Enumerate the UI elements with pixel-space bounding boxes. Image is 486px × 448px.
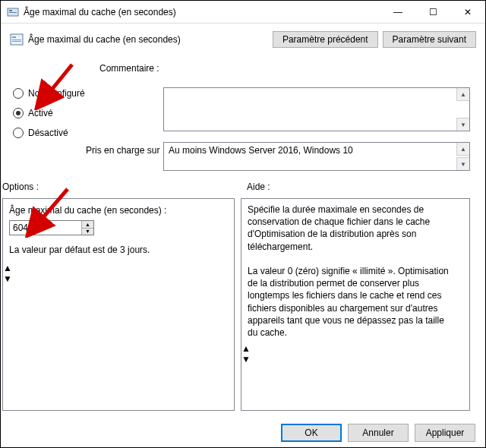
state-radio-group: Non configuré Activé Désactivé <box>13 84 85 144</box>
minimize-button[interactable]: — <box>380 1 415 24</box>
radio-label: Non configuré <box>28 88 85 99</box>
scroll-up-icon[interactable]: ▲ <box>456 143 469 156</box>
policy-icon <box>10 33 24 46</box>
scroll-up-icon[interactable]: ▲ <box>241 343 469 354</box>
options-panel: Âge maximal du cache (en secondes) : ▲ ▼… <box>2 198 235 411</box>
next-setting-button[interactable]: Paramètre suivant <box>383 31 476 48</box>
radio-not-configured[interactable]: Non configuré <box>13 84 85 103</box>
spinner-down-icon[interactable]: ▼ <box>82 229 93 235</box>
radio-label: Activé <box>28 108 53 118</box>
radio-enabled[interactable]: Activé <box>13 104 85 122</box>
ok-button[interactable]: OK <box>281 424 342 442</box>
titlebar: Âge maximal du cache (en secondes) — ☐ ✕ <box>1 1 485 24</box>
scroll-up-icon[interactable]: ▲ <box>456 88 469 101</box>
supported-on-box: Au moins Windows Server 2016, Windows 10… <box>163 142 470 171</box>
help-panel: Spécifie la durée maximale en secondes d… <box>241 198 470 411</box>
svg-rect-4 <box>12 36 16 38</box>
radio-icon <box>13 88 24 99</box>
svg-rect-1 <box>9 10 12 11</box>
default-note: La valeur par défaut est de 3 jours. <box>3 237 234 263</box>
cache-age-input[interactable] <box>10 221 81 235</box>
policy-title: Âge maximal du cache (en secondes) <box>28 34 268 45</box>
cancel-button[interactable]: Annuler <box>348 424 409 442</box>
apply-button[interactable]: Appliquer <box>415 424 475 442</box>
spinner-up-icon[interactable]: ▲ <box>82 221 93 229</box>
radio-icon <box>13 108 24 118</box>
help-paragraph: La valeur 0 (zéro) signifie « illimité »… <box>248 265 453 339</box>
supported-on-text: Au moins Windows Server 2016, Windows 10 <box>164 143 469 158</box>
scroll-down-icon[interactable]: ▼ <box>456 157 469 170</box>
scroll-down-icon[interactable]: ▼ <box>3 273 234 284</box>
option-field-label: Âge maximal du cache (en secondes) : <box>3 199 234 219</box>
radio-label: Désactivé <box>28 128 68 138</box>
maximize-button[interactable]: ☐ <box>415 1 450 24</box>
help-paragraph: Spécifie la durée maximale en secondes d… <box>248 203 453 253</box>
radio-disabled[interactable]: Désactivé <box>13 124 85 142</box>
previous-setting-button[interactable]: Paramètre précédent <box>273 31 378 48</box>
comment-textarea[interactable]: ▲ ▼ <box>163 87 470 131</box>
app-icon <box>7 6 19 18</box>
header-row: Âge maximal du cache (en secondes) Param… <box>10 31 476 48</box>
scroll-down-icon[interactable]: ▼ <box>456 118 469 131</box>
close-button[interactable]: ✕ <box>450 1 485 24</box>
radio-icon <box>13 128 24 138</box>
options-label: Options : <box>2 181 39 192</box>
svg-rect-6 <box>12 41 21 42</box>
window-title: Âge maximal du cache (en secondes) <box>24 7 380 17</box>
scroll-down-icon[interactable]: ▼ <box>241 354 469 364</box>
comment-label: Commentaire : <box>99 63 159 74</box>
help-label: Aide : <box>247 181 270 192</box>
svg-rect-2 <box>9 12 17 13</box>
scroll-up-icon[interactable]: ▲ <box>3 263 234 273</box>
supported-label: Pris en charge sur : <box>86 145 165 156</box>
dialog-footer: OK Annuler Appliquer <box>281 424 475 442</box>
svg-rect-5 <box>12 39 21 40</box>
cache-age-spinner[interactable]: ▲ ▼ <box>9 220 94 235</box>
